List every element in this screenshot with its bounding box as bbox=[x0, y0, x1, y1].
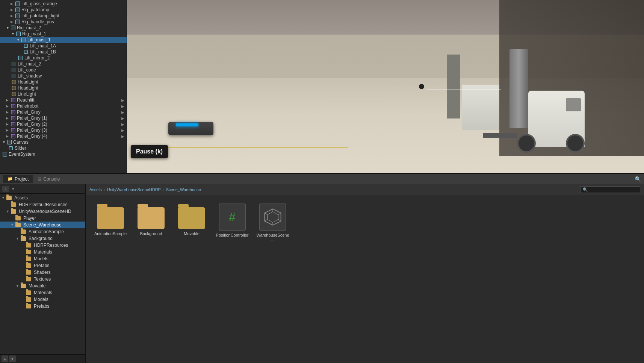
tree-arrow: ▶ bbox=[6, 122, 11, 126]
folder-materials-mv[interactable]: Materials bbox=[0, 289, 85, 296]
svg-line-18 bbox=[278, 219, 281, 221]
breadcrumb-sep-2: › bbox=[163, 187, 164, 192]
tree-item-lift-mast-1a[interactable]: Lift_mast_1A bbox=[0, 43, 127, 49]
asset-background[interactable]: Background bbox=[132, 201, 170, 357]
tree-arrow: ▶ bbox=[6, 104, 11, 108]
tree-icon-cube bbox=[15, 1, 20, 6]
tree-item-lift-glass-orange[interactable]: ▶ Lift_glass_orange bbox=[0, 1, 127, 7]
folder-hdrp-default[interactable]: HDRPDefaultResources bbox=[0, 201, 85, 208]
folder-label: Prefabs bbox=[34, 263, 49, 268]
floor-marking bbox=[154, 147, 348, 148]
folder-unity-warehouse[interactable]: ▼ UnityWarehouseSceneHD bbox=[0, 208, 85, 215]
breadcrumb-assets[interactable]: Assets bbox=[89, 187, 102, 192]
folder-assets-root[interactable]: ▼ Assets bbox=[0, 194, 85, 201]
tree-item-reachlift[interactable]: ▶ Reachlift ▶ bbox=[0, 97, 127, 103]
tree-item-lift-shadow[interactable]: Lift_shadow bbox=[0, 73, 127, 79]
unity-logo-icon bbox=[264, 208, 282, 226]
tree-item-pallet-grey[interactable]: ▶ Pallet_Grey ▶ bbox=[0, 109, 127, 115]
light-line bbox=[426, 89, 501, 90]
folder-icon bbox=[21, 284, 26, 288]
folder-animation-sample[interactable]: AnimationSample bbox=[0, 228, 85, 235]
tree-item-slider[interactable]: Slider bbox=[0, 145, 127, 151]
folder-hdrp-resources-bg[interactable]: HDRPResources bbox=[0, 242, 85, 249]
scene-view[interactable]: Pause (k) bbox=[127, 0, 644, 173]
breadcrumb-scene-warehouse[interactable]: Scene_Warehouse bbox=[166, 187, 201, 192]
folder-materials-bg[interactable]: Materials bbox=[0, 249, 85, 255]
light-dot bbox=[419, 84, 424, 89]
tree-item-rig-handle-pos[interactable]: ▶ Rig_handle_pos bbox=[0, 19, 127, 25]
svg-rect-1 bbox=[12, 99, 14, 101]
cab-window bbox=[566, 98, 581, 111]
tree-arrow: ▼ bbox=[2, 140, 7, 144]
folder-icon bbox=[26, 250, 31, 254]
tree-item-pallet-grey-4[interactable]: ▶ Pallet_Grey (4) ▶ bbox=[0, 133, 127, 139]
folder-prefabs-bg[interactable]: Prefabs bbox=[0, 262, 85, 269]
scroll-down-button[interactable]: ▼ bbox=[9, 355, 16, 362]
tree-icon-cube bbox=[11, 61, 17, 67]
tree-item-canvas[interactable]: ▼ Canvas bbox=[0, 139, 127, 145]
folder-label: Models bbox=[34, 297, 48, 302]
folder-label: Assets bbox=[14, 195, 28, 200]
folder-icon bbox=[15, 223, 21, 227]
tree-item-rig-mast-2[interactable]: ▼ Rig_mast_2 bbox=[0, 25, 127, 31]
tree-label: Palletrobot bbox=[17, 103, 121, 109]
forklift-bg bbox=[447, 55, 499, 130]
tree-item-rig-mast-1[interactable]: ▼ Rig_mast_1 bbox=[0, 31, 127, 37]
tree-label: Pallet_Grey (2) bbox=[17, 122, 121, 127]
folder-label: HDRPDefaultResources bbox=[19, 202, 67, 207]
tree-item-headlight-2[interactable]: HeadLight bbox=[0, 85, 127, 91]
folder-prefabs-mv[interactable]: Prefabs bbox=[0, 303, 85, 310]
tree-item-headlight-1[interactable]: HeadLight bbox=[0, 79, 127, 85]
tree-icon-cube bbox=[11, 103, 16, 109]
svg-line-20 bbox=[265, 219, 267, 221]
tree-item-lift-code[interactable]: Lift_code bbox=[0, 67, 127, 73]
tree-item-pallet-grey-1[interactable]: ▶ Pallet_Grey (1) ▶ bbox=[0, 115, 127, 121]
tree-label: Pallet_Grey (1) bbox=[17, 115, 121, 121]
search-input[interactable] bbox=[580, 186, 640, 193]
tree-icon-light bbox=[11, 91, 17, 97]
folder-models-mv[interactable]: Models bbox=[0, 296, 85, 303]
folder-label: Background bbox=[29, 236, 53, 241]
svg-marker-15 bbox=[268, 212, 278, 223]
sidebar-toolbar: + ▾ bbox=[0, 184, 85, 194]
asset-movable[interactable]: Movable bbox=[173, 201, 210, 357]
asset-animation-sample[interactable]: AnimationSample bbox=[92, 201, 129, 357]
tree-item-lift-mast-1[interactable]: ▼ Lift_mast_1 bbox=[0, 37, 127, 43]
tree-item-lift-mirror-2[interactable]: Lift_mirror_2 bbox=[0, 55, 127, 61]
collapse-icon: ▼ bbox=[2, 196, 5, 200]
search-icon: 🔍 bbox=[635, 176, 641, 182]
tree-item-lift-mast-2[interactable]: Lift_mast_2 bbox=[0, 61, 127, 67]
tree-label: HeadLight bbox=[18, 85, 127, 91]
folder-movable[interactable]: ▼ Movable bbox=[0, 283, 85, 289]
tree-item-linelight[interactable]: LineLight bbox=[0, 91, 127, 97]
folder-shaders[interactable]: Shaders bbox=[0, 269, 85, 276]
folder-textures[interactable]: Textures bbox=[0, 276, 85, 283]
tree-icon-cube bbox=[11, 97, 16, 103]
tree-item-rig-patolamp[interactable]: ▶ Rig_patolamp bbox=[0, 7, 127, 13]
svg-rect-13 bbox=[12, 135, 14, 137]
folder-icon bbox=[26, 243, 31, 248]
tree-item-pallet-grey-2[interactable]: ▶ Pallet_Grey (2) ▶ bbox=[0, 121, 127, 127]
folder-background[interactable]: ▼ Background bbox=[0, 235, 85, 242]
folder-scene-warehouse[interactable]: ▼ Scene_Warehouse bbox=[0, 222, 85, 228]
asset-position-controller[interactable]: # PositionController bbox=[213, 201, 251, 357]
tree-label: Canvas bbox=[13, 140, 127, 145]
asset-warehouse-scene[interactable]: WarehouseScene... bbox=[254, 201, 292, 357]
tree-item-lift-mast-1b[interactable]: Lift_mast_1B bbox=[0, 49, 127, 55]
folder-player[interactable]: Player bbox=[0, 215, 85, 222]
tree-item-pallet-grey-3[interactable]: ▶ Pallet_Grey (3) ▶ bbox=[0, 127, 127, 133]
add-button[interactable]: + bbox=[2, 186, 9, 192]
tree-item-lift-patolamp-light[interactable]: ▶ Lift_patolamp_light bbox=[0, 13, 127, 19]
tree-item-palletrobot[interactable]: ▶ Palletrobot ▶ bbox=[0, 103, 127, 109]
folder-models-bg[interactable]: Models bbox=[0, 255, 85, 262]
tree-item-eventsystem[interactable]: EventSystem bbox=[0, 151, 127, 157]
tab-console[interactable]: ▤ Console bbox=[33, 175, 64, 183]
breadcrumb-unity-warehouse[interactable]: UnityWarehouseSceneHDRP bbox=[107, 187, 161, 192]
folder-label: Materials bbox=[34, 290, 52, 295]
forklift-bg-mast bbox=[447, 55, 460, 118]
expand-arrow: ▶ bbox=[121, 98, 127, 102]
tree-icon-cube bbox=[15, 13, 20, 18]
asset-label: PositionController bbox=[216, 233, 249, 237]
tab-project[interactable]: 📁 Project bbox=[3, 175, 33, 183]
scroll-up-button[interactable]: ▲ bbox=[2, 355, 8, 362]
